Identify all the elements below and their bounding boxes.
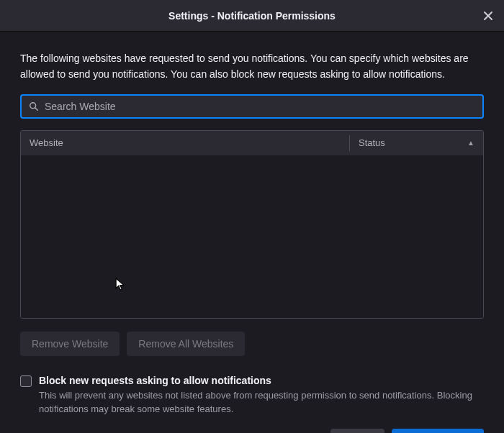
column-website-label: Website [30, 137, 63, 148]
search-icon [29, 101, 39, 111]
table-body [21, 155, 483, 318]
column-status-label: Status [359, 137, 385, 148]
dialog-content: The following websites have requested to… [0, 32, 504, 433]
block-new-requests-checkbox[interactable] [20, 375, 32, 387]
close-icon[interactable] [480, 7, 497, 24]
block-new-requests-row: Block new requests asking to allow notif… [20, 375, 484, 416]
column-status[interactable]: Status ▲ [350, 131, 483, 155]
table-header: Website Status ▲ [21, 131, 483, 155]
remove-website-button[interactable]: Remove Website [20, 332, 120, 356]
intro-text: The following websites have requested to… [20, 50, 484, 83]
sort-ascending-icon: ▲ [467, 139, 474, 147]
column-website[interactable]: Website [21, 131, 349, 155]
websites-table: Website Status ▲ [20, 130, 484, 319]
remove-all-websites-button[interactable]: Remove All Websites [127, 332, 245, 356]
block-new-requests-label: Block new requests asking to allow notif… [39, 375, 484, 386]
search-input[interactable] [45, 101, 475, 112]
svg-line-1 [35, 108, 37, 110]
table-actions: Remove Website Remove All Websites [20, 332, 484, 356]
search-field[interactable] [20, 94, 484, 119]
dialog-footer: Cancel Save Changes [20, 429, 484, 433]
cancel-button[interactable]: Cancel [330, 429, 385, 433]
save-changes-button[interactable]: Save Changes [392, 429, 484, 433]
block-new-requests-sub: This will prevent any websites not liste… [39, 389, 484, 416]
block-new-requests-text: Block new requests asking to allow notif… [39, 375, 484, 416]
dialog-title: Settings - Notification Permissions [168, 10, 336, 22]
dialog-titlebar: Settings - Notification Permissions [0, 0, 504, 32]
